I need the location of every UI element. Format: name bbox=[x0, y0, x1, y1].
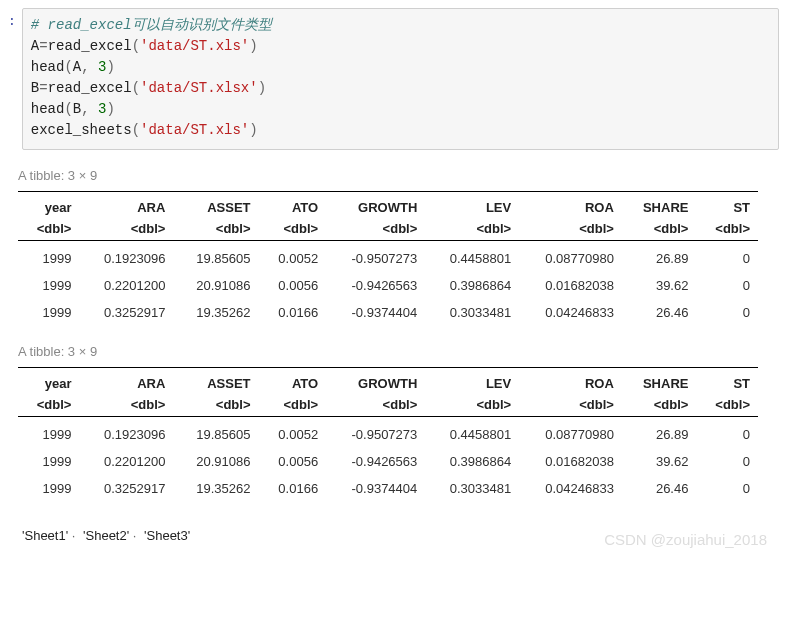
column-header: ATO bbox=[259, 368, 327, 398]
column-type: <dbl> bbox=[519, 221, 622, 241]
table-cell: 39.62 bbox=[622, 272, 697, 299]
column-type: <dbl> bbox=[696, 397, 758, 417]
column-header: ARA bbox=[79, 192, 173, 222]
column-header: LEV bbox=[425, 192, 519, 222]
table-type-row: <dbl><dbl><dbl><dbl><dbl><dbl><dbl><dbl>… bbox=[18, 221, 758, 241]
column-type: <dbl> bbox=[622, 397, 697, 417]
code-token: A bbox=[73, 59, 81, 75]
code-string: 'data/ST.xls' bbox=[140, 122, 249, 138]
column-type: <dbl> bbox=[696, 221, 758, 241]
table-cell: 1999 bbox=[18, 299, 79, 326]
column-header: ROA bbox=[519, 368, 622, 398]
column-type: <dbl> bbox=[259, 397, 327, 417]
code-cell: : # read_excel可以自动识别文件类型 A=read_excel('d… bbox=[8, 8, 779, 150]
table-cell: 0.1923096 bbox=[79, 241, 173, 273]
table-cell: 1999 bbox=[18, 448, 79, 475]
column-header: GROWTH bbox=[326, 368, 425, 398]
table-header-row: yearARAASSETATOGROWTHLEVROASHAREST bbox=[18, 368, 758, 398]
code-token: B bbox=[73, 101, 81, 117]
table-cell: 19.35262 bbox=[173, 475, 258, 502]
table-row: 19990.325291719.352620.0166-0.93744040.3… bbox=[18, 475, 758, 502]
column-type: <dbl> bbox=[173, 221, 258, 241]
code-token: ) bbox=[249, 38, 257, 54]
column-type: <dbl> bbox=[622, 221, 697, 241]
table-cell: 0.3986864 bbox=[425, 272, 519, 299]
code-token: , bbox=[81, 59, 98, 75]
table-cell: 0 bbox=[696, 475, 758, 502]
table-cell: 0.08770980 bbox=[519, 417, 622, 449]
column-header: LEV bbox=[425, 368, 519, 398]
code-comment: # read_excel可以自动识别文件类型 bbox=[31, 17, 272, 33]
column-header: ATO bbox=[259, 192, 327, 222]
table-cell: 0 bbox=[696, 448, 758, 475]
code-string: 'data/ST.xls' bbox=[140, 38, 249, 54]
table-cell: 0.0056 bbox=[259, 448, 327, 475]
table-cell: 19.85605 bbox=[173, 417, 258, 449]
column-type: <dbl> bbox=[79, 397, 173, 417]
table-cell: 1999 bbox=[18, 241, 79, 273]
column-header: ST bbox=[696, 368, 758, 398]
code-token: ) bbox=[106, 59, 114, 75]
code-token: ( bbox=[64, 101, 72, 117]
table-cell: 20.91086 bbox=[173, 448, 258, 475]
table-cell: -0.9507273 bbox=[326, 241, 425, 273]
table-cell: 0.0166 bbox=[259, 299, 327, 326]
table-cell: 0.3033481 bbox=[425, 299, 519, 326]
table-cell: -0.9374404 bbox=[326, 475, 425, 502]
column-header: ARA bbox=[79, 368, 173, 398]
column-type: <dbl> bbox=[79, 221, 173, 241]
code-token: ( bbox=[132, 122, 140, 138]
table-cell: 0.04246833 bbox=[519, 299, 622, 326]
table-cell: 0.08770980 bbox=[519, 241, 622, 273]
tibble-caption-1: A tibble: 3 × 9 bbox=[18, 168, 779, 183]
table-cell: 0.4458801 bbox=[425, 417, 519, 449]
column-type: <dbl> bbox=[173, 397, 258, 417]
table-row: 19990.220120020.910860.0056-0.94265630.3… bbox=[18, 448, 758, 475]
code-string: 'data/ST.xlsx' bbox=[140, 80, 258, 96]
table-cell: 0.1923096 bbox=[79, 417, 173, 449]
table-cell: 0.3033481 bbox=[425, 475, 519, 502]
column-type: <dbl> bbox=[18, 397, 79, 417]
column-header: year bbox=[18, 368, 79, 398]
table-cell: 0 bbox=[696, 417, 758, 449]
column-type: <dbl> bbox=[519, 397, 622, 417]
code-token: ( bbox=[64, 59, 72, 75]
table-cell: 0 bbox=[696, 272, 758, 299]
tibble-caption-2: A tibble: 3 × 9 bbox=[18, 344, 779, 359]
table-cell: 0.0052 bbox=[259, 417, 327, 449]
table-cell: 1999 bbox=[18, 475, 79, 502]
table-cell: 26.89 bbox=[622, 417, 697, 449]
table-cell: -0.9507273 bbox=[326, 417, 425, 449]
code-token: = bbox=[39, 80, 47, 96]
code-token: read_excel bbox=[48, 38, 132, 54]
code-block[interactable]: # read_excel可以自动识别文件类型 A=read_excel('dat… bbox=[22, 8, 779, 150]
table-cell: -0.9426563 bbox=[326, 448, 425, 475]
table-cell: -0.9426563 bbox=[326, 272, 425, 299]
code-token: = bbox=[39, 38, 47, 54]
column-type: <dbl> bbox=[425, 221, 519, 241]
table-cell: 19.85605 bbox=[173, 241, 258, 273]
code-token: head bbox=[31, 101, 65, 117]
table-cell: 0.0056 bbox=[259, 272, 327, 299]
table-cell: 26.89 bbox=[622, 241, 697, 273]
column-header: ASSET bbox=[173, 368, 258, 398]
table-cell: 19.35262 bbox=[173, 299, 258, 326]
column-header: ST bbox=[696, 192, 758, 222]
table-cell: 0.01682038 bbox=[519, 448, 622, 475]
column-type: <dbl> bbox=[326, 221, 425, 241]
column-type: <dbl> bbox=[259, 221, 327, 241]
table-cell: 0.0052 bbox=[259, 241, 327, 273]
output-table-1: yearARAASSETATOGROWTHLEVROASHAREST <dbl>… bbox=[18, 191, 758, 326]
code-token: head bbox=[31, 59, 65, 75]
table-cell: 39.62 bbox=[622, 448, 697, 475]
table-cell: 1999 bbox=[18, 417, 79, 449]
table-cell: 0.01682038 bbox=[519, 272, 622, 299]
column-header: SHARE bbox=[622, 368, 697, 398]
input-prompt: : bbox=[8, 8, 22, 29]
code-token: excel_sheets bbox=[31, 122, 132, 138]
column-type: <dbl> bbox=[425, 397, 519, 417]
column-header: year bbox=[18, 192, 79, 222]
column-type: <dbl> bbox=[18, 221, 79, 241]
table-cell: 26.46 bbox=[622, 475, 697, 502]
table-cell: 0.3252917 bbox=[79, 475, 173, 502]
